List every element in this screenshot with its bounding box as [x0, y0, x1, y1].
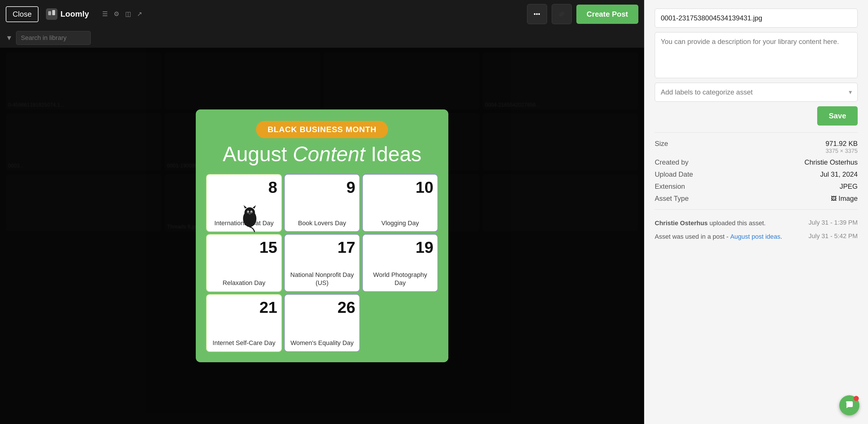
- asset-type-value: 🖼 Image: [831, 195, 858, 202]
- description-textarea[interactable]: [655, 32, 858, 78]
- calendar-cell-10: 10 Vlogging Day: [362, 174, 438, 232]
- chat-badge: [854, 396, 859, 401]
- size-label: Size: [655, 140, 668, 148]
- nav-icon-3[interactable]: ◫: [125, 10, 131, 18]
- nav-icon-1[interactable]: ☰: [102, 10, 108, 18]
- divider-2: [655, 209, 858, 210]
- modal-overlay: BLACK BUSINESS MONTH August Content Idea…: [0, 48, 644, 424]
- created-value: Christie Osterhus: [805, 158, 858, 166]
- top-bar: Close Loomly ☰ ⚙ ◫ ↗ •••: [0, 0, 644, 28]
- created-label: Created by: [655, 158, 688, 166]
- close-button[interactable]: Close: [6, 6, 38, 22]
- svg-point-10: [251, 211, 252, 213]
- calendar-grid: 8 International Cat Day 9 Book Lovers Da…: [206, 174, 438, 352]
- save-button[interactable]: Save: [817, 106, 858, 125]
- meta-row-asset-type: Asset Type 🖼 Image: [655, 195, 858, 202]
- content-area: 0-459861181825074.1... 0004-216554202785…: [0, 48, 644, 424]
- activity-text-1: Christie Osterhus uploaded this asset.: [655, 219, 805, 228]
- calendar-cell-15: 15 Relaxation Day: [206, 234, 282, 292]
- activity-time-1: July 31 - 1:39 PM: [809, 219, 858, 226]
- asset-type-label: Asset Type: [655, 195, 689, 202]
- logo-area: Loomly: [46, 8, 89, 20]
- activity-time-2: July 31 - 5:42 PM: [809, 232, 858, 240]
- labels-input[interactable]: [655, 83, 858, 102]
- image-preview-card: BLACK BUSINESS MONTH August Content Idea…: [196, 109, 448, 362]
- upload-value: Jul 31, 2024: [820, 170, 858, 178]
- svg-point-4: [245, 207, 255, 218]
- svg-rect-0: [46, 8, 57, 20]
- filter-icon[interactable]: ▼: [6, 34, 12, 42]
- search-input[interactable]: [16, 31, 91, 45]
- nav-icon-4[interactable]: ↗: [137, 10, 142, 18]
- activity-item-1: Christie Osterhus uploaded this asset. J…: [655, 219, 858, 228]
- size-sub: 3375 × 3375: [826, 148, 858, 154]
- size-values: 971.92 KB 3375 × 3375: [826, 140, 858, 154]
- svg-rect-1: [48, 11, 51, 15]
- nav-icons: ☰ ⚙ ◫ ↗: [102, 10, 142, 18]
- more-options-button[interactable]: •••: [527, 4, 547, 24]
- svg-point-9: [248, 211, 249, 213]
- activity-section: Christie Osterhus uploaded this asset. J…: [655, 219, 858, 241]
- chat-button[interactable]: [839, 395, 859, 415]
- meta-row-extension: Extension JPEG: [655, 182, 858, 191]
- calendar-cell-19: 19 World Photography Day: [362, 234, 438, 292]
- calendar-cell-17: 17 National Nonprofit Day (US): [284, 234, 360, 292]
- extension-label: Extension: [655, 182, 685, 191]
- calendar-cell-9: 9 Book Lovers Day: [284, 174, 360, 232]
- create-post-button[interactable]: Create Post: [577, 5, 639, 24]
- extension-value: JPEG: [840, 182, 858, 191]
- activity-text-2: Asset was used in a post - August post i…: [655, 232, 805, 241]
- meta-section: Size 971.92 KB 3375 × 3375 Created by Ch…: [655, 140, 858, 202]
- calendar-cell-21: 21 Internet Self-Care Day: [206, 294, 282, 352]
- right-panel: Save Size 971.92 KB 3375 × 3375 Created …: [644, 0, 868, 424]
- logo-icon: [46, 8, 57, 20]
- calendar-cell-26: 26 Women's Equality Day: [284, 294, 360, 352]
- black-business-badge: BLACK BUSINESS MONTH: [256, 121, 388, 138]
- image-icon: 🖼: [831, 195, 837, 202]
- nav-icon-2[interactable]: ⚙: [114, 10, 119, 18]
- cat-icon: [238, 204, 261, 233]
- content-title: August Content Ideas: [223, 143, 422, 166]
- meta-row-upload: Upload Date Jul 31, 2024: [655, 170, 858, 178]
- svg-marker-5: [243, 205, 247, 208]
- meta-row-created: Created by Christie Osterhus: [655, 158, 858, 166]
- size-value: 971.92 KB: [826, 140, 858, 147]
- svg-marker-6: [253, 205, 256, 208]
- activity-item-2: Asset was used in a post - August post i…: [655, 232, 858, 241]
- upload-label: Upload Date: [655, 170, 693, 178]
- filename-input[interactable]: [655, 9, 858, 28]
- library-toolbar: ▼: [0, 28, 644, 48]
- svg-point-11: [249, 213, 251, 215]
- top-bar-right: ••• Create Post: [527, 4, 639, 24]
- labels-wrapper: [655, 83, 858, 102]
- logo-text: Loomly: [60, 9, 89, 19]
- activity-link[interactable]: August post ideas: [730, 233, 780, 240]
- meta-row-size: Size 971.92 KB 3375 × 3375: [655, 140, 858, 154]
- svg-rect-2: [52, 10, 55, 15]
- link-button[interactable]: [552, 4, 572, 24]
